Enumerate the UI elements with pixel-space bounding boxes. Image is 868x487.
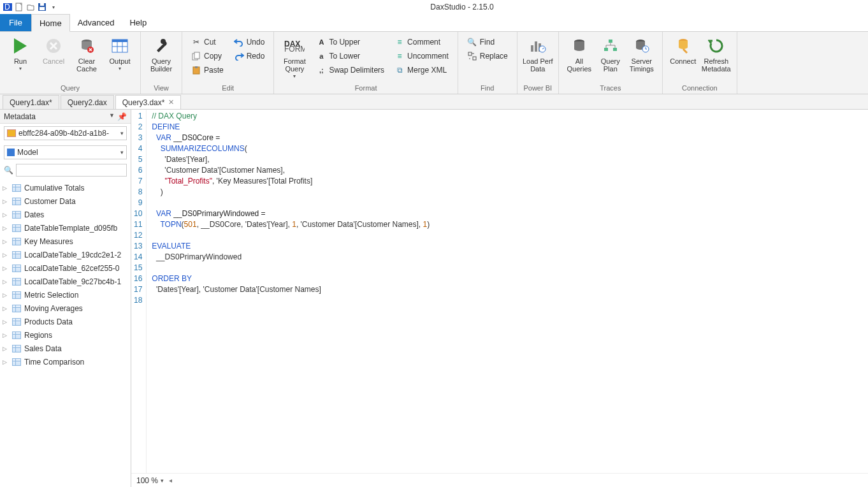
to-lower-button[interactable]: aTo Lower xyxy=(314,50,387,62)
database-icon xyxy=(7,129,16,137)
tab-label: Query2.dax xyxy=(68,98,107,107)
qat-dropdown-icon[interactable]: ▾ xyxy=(48,2,59,12)
group-label: Format xyxy=(274,83,457,94)
uncomment-button[interactable]: ≡Uncomment xyxy=(392,50,451,62)
save-icon[interactable] xyxy=(37,2,47,12)
load-perf-data-button[interactable]: Load Perf Data xyxy=(521,34,554,74)
code-editor: 123456789101112131415161718 // DAX Query… xyxy=(131,110,868,487)
expand-icon[interactable]: ▷ xyxy=(3,359,9,365)
connect-button[interactable]: Connect xyxy=(667,34,700,66)
replace-button[interactable]: Replace xyxy=(465,50,510,62)
tree-item-label: Cumulative Totals xyxy=(24,184,85,193)
expand-icon[interactable]: ▷ xyxy=(3,279,9,285)
document-tab[interactable]: Query3.dax*✕ xyxy=(115,95,182,109)
tree-item[interactable]: ▷Metric Selection xyxy=(0,288,131,302)
table-icon xyxy=(11,291,22,300)
clear-cache-button[interactable]: Clear Cache xyxy=(70,34,103,74)
expand-icon[interactable]: ▷ xyxy=(3,345,9,352)
wrench-icon xyxy=(151,36,171,56)
expand-icon[interactable]: ▷ xyxy=(3,225,9,231)
open-icon[interactable] xyxy=(25,2,36,12)
quick-access-toolbar: D ▾ xyxy=(3,2,59,12)
table-icon xyxy=(11,358,22,367)
output-button[interactable]: Output ▾ xyxy=(103,34,136,73)
tree-item[interactable]: ▷DateTableTemplate_d095fb xyxy=(0,221,131,235)
file-tab[interactable]: File xyxy=(0,14,31,31)
expand-icon[interactable]: ▷ xyxy=(3,185,9,191)
copy-button[interactable]: Copy xyxy=(189,50,226,62)
dropdown-icon: ▾ xyxy=(19,66,22,71)
model-selector[interactable]: Model ▾ xyxy=(4,145,127,159)
close-icon[interactable]: ✕ xyxy=(168,98,174,106)
perf-icon xyxy=(528,36,548,56)
document-tab[interactable]: Query2.dax xyxy=(61,95,114,109)
document-tab[interactable]: Query1.dax* xyxy=(3,95,59,109)
advanced-tab[interactable]: Advanced xyxy=(70,14,122,31)
window-title: DaxStudio - 2.15.0 xyxy=(59,3,865,11)
tree-item[interactable]: ▷Time Comparison xyxy=(0,355,131,368)
code-area[interactable]: 123456789101112131415161718 // DAX Query… xyxy=(131,110,868,473)
format-query-button[interactable]: DAXFORMATTER Format Query ▾ xyxy=(278,34,311,80)
tree-item-label: LocalDateTable_62cef255-0 xyxy=(24,264,119,273)
editor-statusbar: 100 % ▾ ◂ xyxy=(131,473,868,487)
expand-icon[interactable]: ▷ xyxy=(3,292,9,298)
paste-button[interactable]: Paste xyxy=(189,64,226,76)
zoom-level[interactable]: 100 % xyxy=(136,476,158,485)
svg-rect-29 xyxy=(613,48,617,51)
expand-icon[interactable]: ▷ xyxy=(3,252,9,258)
svg-rect-15 xyxy=(194,52,199,59)
redo-button[interactable]: Redo xyxy=(231,50,268,62)
table-icon xyxy=(11,251,22,259)
model-name: Model xyxy=(17,148,38,157)
swap-delimiters-button[interactable]: ,;Swap Delimiters xyxy=(314,64,387,76)
tree-item[interactable]: ▷Customer Data xyxy=(0,194,131,208)
new-icon[interactable] xyxy=(14,2,24,12)
cancel-button[interactable]: Cancel xyxy=(37,34,70,66)
metadata-panel: Metadata ▼ 📌 ebffc284-a09b-4b2d-a1b8- ▾ … xyxy=(0,110,131,487)
query-builder-button[interactable]: Query Builder xyxy=(145,34,178,74)
comment-button[interactable]: ≡Comment xyxy=(392,36,451,48)
tree-item[interactable]: ▷Products Data xyxy=(0,315,131,328)
expand-icon[interactable]: ▷ xyxy=(3,332,9,338)
metadata-search-input[interactable] xyxy=(16,164,127,177)
undo-button[interactable]: Undo xyxy=(231,36,268,48)
expand-icon[interactable]: ▷ xyxy=(3,305,9,312)
to-upper-button[interactable]: ATo Upper xyxy=(314,36,387,48)
expand-icon[interactable]: ▷ xyxy=(3,265,9,272)
tab-label: Query3.dax* xyxy=(122,98,165,107)
zoom-dropdown-icon[interactable]: ▾ xyxy=(161,477,164,484)
pin-icon[interactable]: 📌 xyxy=(117,112,127,121)
expand-icon[interactable]: ▷ xyxy=(3,212,9,218)
tab-label: Query1.dax* xyxy=(10,98,52,107)
expand-icon[interactable]: ▷ xyxy=(3,238,9,245)
tree-item[interactable]: ▷LocalDateTable_9c27bc4b-1 xyxy=(0,275,131,288)
expand-icon[interactable]: ▷ xyxy=(3,319,9,325)
help-tab[interactable]: Help xyxy=(122,14,154,31)
ribbon-group-format: DAXFORMATTER Format Query ▾ ATo Upper aT… xyxy=(274,32,458,94)
tree-item[interactable]: ▷Regions xyxy=(0,328,131,342)
tree-item-label: Time Comparison xyxy=(24,358,84,367)
server-timings-button[interactable]: Server Timings xyxy=(625,34,658,74)
query-plan-button[interactable]: Query Plan xyxy=(596,34,625,74)
cut-button[interactable]: ✂Cut xyxy=(189,36,226,48)
tree-item[interactable]: ▷Dates xyxy=(0,208,131,221)
code-content[interactable]: // DAX QueryDEFINE VAR __DS0Core = SUMMA… xyxy=(147,110,435,473)
home-tab[interactable]: Home xyxy=(31,14,70,32)
tree-item[interactable]: ▷Moving Averages xyxy=(0,302,131,315)
refresh-metadata-button[interactable]: Refresh Metadata xyxy=(700,34,733,74)
merge-xml-button[interactable]: ⧉Merge XML xyxy=(392,64,451,76)
run-button[interactable]: Run ▾ xyxy=(4,34,37,73)
scroll-left-icon[interactable]: ◂ xyxy=(169,477,172,484)
dropdown-icon[interactable]: ▼ xyxy=(109,112,115,121)
tree-item[interactable]: ▷LocalDateTable_62cef255-0 xyxy=(0,261,131,275)
expand-icon[interactable]: ▷ xyxy=(3,198,9,205)
all-queries-button[interactable]: All Queries xyxy=(563,34,596,74)
database-selector[interactable]: ebffc284-a09b-4b2d-a1b8- ▾ xyxy=(4,126,127,140)
table-icon xyxy=(11,224,22,233)
tree-item[interactable]: ▷Cumulative Totals xyxy=(0,181,131,194)
tree-item[interactable]: ▷Sales Data xyxy=(0,342,131,355)
tree-item[interactable]: ▷Key Measures xyxy=(0,235,131,248)
tree-item[interactable]: ▷LocalDateTable_19cdc2e1-2 xyxy=(0,248,131,261)
find-button[interactable]: 🔍Find xyxy=(465,36,510,48)
svg-rect-23 xyxy=(535,41,537,52)
